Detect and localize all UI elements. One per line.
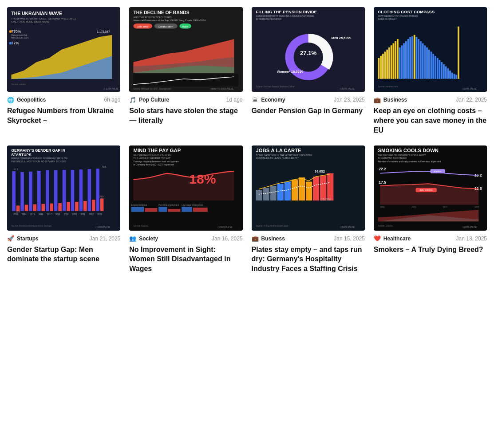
svg-text:THE DECLINE OF SMOKING'S POPUL: THE DECLINE OF SMOKING'S POPULARITY bbox=[378, 154, 426, 157]
svg-text:2017: 2017 bbox=[443, 206, 448, 208]
svg-rect-163 bbox=[313, 177, 319, 200]
svg-text:STARTUPS: STARTUPS bbox=[11, 153, 32, 157]
svg-text:2014: 2014 bbox=[22, 213, 27, 216]
svg-text:22.2: 22.2 bbox=[379, 167, 386, 171]
category-label: Business bbox=[383, 97, 407, 103]
card-title-ukraine: Refugee Numbers from Ukraine Skyrocket – bbox=[7, 106, 120, 125]
svg-rect-49 bbox=[384, 51, 386, 79]
svg-text:FOR LARGEST GENDER PAY GAP: FOR LARGEST GENDER PAY GAP bbox=[134, 157, 171, 160]
card-startup[interactable]: GERMANY'S GENDER GAP IN STARTUPS FEMALE … bbox=[7, 145, 120, 273]
svg-text:Source: German Federal Statist: Source: German Federal Statistical Offic… bbox=[256, 86, 294, 88]
category-label: Pop Culture bbox=[139, 97, 169, 103]
card-image-paygap: MIND THE PAY GAP WHY GERMANY RANKS 4TH I… bbox=[129, 145, 242, 230]
svg-rect-159 bbox=[284, 182, 290, 201]
card-title-pension: Gender Pension Gap in Germany bbox=[252, 106, 365, 116]
svg-text:70.5: 70.5 bbox=[102, 166, 107, 169]
card-image-smoking: SMOKING COOLS DOWN THE DECLINE OF SMOKIN… bbox=[374, 145, 487, 230]
svg-rect-53 bbox=[392, 43, 394, 79]
card-meta-bands: 🎵 Pop Culture 1d ago bbox=[129, 96, 242, 103]
svg-rect-78 bbox=[445, 67, 447, 79]
svg-rect-116 bbox=[25, 205, 28, 211]
svg-text:Men 25,599€: Men 25,599€ bbox=[331, 36, 351, 40]
svg-text:MIND THE PAY GAP: MIND THE PAY GAP bbox=[134, 148, 181, 153]
timestamp-label: 1d ago bbox=[226, 97, 243, 103]
svg-text:17.5: 17.5 bbox=[379, 180, 386, 185]
svg-rect-105 bbox=[20, 172, 24, 211]
card-pension[interactable]: FILLING THE PENSION DIVIDE GENDER DISPAR… bbox=[252, 7, 365, 135]
svg-rect-161 bbox=[298, 177, 304, 200]
svg-text:27.1%: 27.1% bbox=[300, 50, 316, 56]
svg-text:Women* 18,663€: Women* 18,663€ bbox=[277, 70, 303, 74]
svg-rect-122 bbox=[75, 202, 79, 211]
popculture-icon: 🎵 bbox=[129, 96, 136, 103]
svg-rect-158 bbox=[277, 184, 283, 200]
svg-rect-108 bbox=[46, 170, 49, 211]
svg-rect-84 bbox=[458, 27, 459, 79]
svg-rect-144 bbox=[158, 207, 167, 212]
svg-text:Source: Billboard Hot 100°, Di: Source: Billboard Hot 100°, Discogs.com bbox=[134, 88, 171, 90]
card-image-startup: GERMANY'S GENDER GAP IN STARTUPS FEMALE … bbox=[7, 145, 120, 230]
svg-text:SMOKING COOLS DOWN: SMOKING COOLS DOWN bbox=[378, 148, 439, 153]
svg-rect-79 bbox=[447, 68, 449, 79]
society-icon: 👥 bbox=[129, 235, 136, 242]
card-image-bands: THE DECLINE OF BANDS AND THE RISE OF SOL… bbox=[129, 7, 242, 92]
business-icon: 💼 bbox=[374, 96, 381, 103]
svg-rect-50 bbox=[386, 50, 388, 79]
svg-text:2020: 2020 bbox=[72, 213, 77, 216]
svg-text:⬡ DATA PULSE: ⬡ DATA PULSE bbox=[462, 226, 477, 228]
svg-text:GENDER DISPARITY REMAINS A SIG: GENDER DISPARITY REMAINS A SIGNIFICANT I… bbox=[256, 15, 314, 17]
svg-rect-68 bbox=[424, 45, 426, 79]
svg-rect-61 bbox=[409, 37, 411, 79]
category-label: Startups bbox=[17, 236, 39, 242]
timestamp-label: Jan 23, 2025 bbox=[334, 97, 364, 103]
card-clothing[interactable]: CLOTHING COST COMPASS HOW GERMANY'S FASH… bbox=[374, 7, 487, 135]
category-label: Business bbox=[261, 236, 285, 242]
card-bands[interactable]: THE DECLINE OF BANDS AND THE RISE OF SOL… bbox=[129, 7, 242, 135]
card-title-bands: Solo stars have stolen the stage — liter… bbox=[129, 106, 242, 125]
svg-rect-119 bbox=[50, 204, 53, 211]
svg-point-14 bbox=[9, 42, 12, 45]
svg-text:Historical Breakdown of the To: Historical Breakdown of the Top 100 US S… bbox=[134, 19, 206, 22]
svg-text:⬡ DATA PULSE: ⬡ DATA PULSE bbox=[462, 88, 477, 90]
card-hospitality[interactable]: JOBS À LA CARTE STAFF SHORTAGE IN THE HO… bbox=[252, 145, 365, 273]
svg-text:from 2021 to 2024,: from 2021 to 2024, bbox=[11, 37, 29, 39]
card-title-paygap: No Improvement in Sight: Women Still Dis… bbox=[129, 245, 242, 274]
svg-rect-63 bbox=[414, 35, 415, 79]
svg-rect-81 bbox=[451, 73, 453, 79]
svg-rect-114 bbox=[96, 169, 99, 211]
svg-text:2019: 2019 bbox=[64, 213, 69, 216]
svg-rect-165 bbox=[327, 173, 333, 200]
svg-rect-117 bbox=[33, 204, 37, 211]
svg-text:Source: Statista: Source: Statista bbox=[134, 225, 149, 227]
svg-text:PROGRESS, ALMOST DOUBLING BETW: PROGRESS, ALMOST DOUBLING BETWEEN 2013–2… bbox=[11, 161, 66, 163]
card-image-clothing: CLOTHING COST COMPASS HOW GERMANY'S FASH… bbox=[374, 7, 487, 92]
svg-text:CLOTHING COST COMPASS: CLOTHING COST COMPASS bbox=[378, 9, 435, 14]
category-label: Society bbox=[139, 236, 158, 242]
card-paygap[interactable]: MIND THE PAY GAP WHY GERMANY RANKS 4TH I… bbox=[129, 145, 242, 273]
svg-text:AND THE RISE OF SOLO STARS: AND THE RISE OF SOLO STARS bbox=[134, 16, 172, 19]
svg-text:JOBS À LA CARTE: JOBS À LA CARTE bbox=[256, 148, 301, 153]
svg-rect-145 bbox=[168, 209, 180, 212]
svg-rect-64 bbox=[415, 37, 417, 79]
economy-icon: 🏛 bbox=[252, 96, 259, 103]
svg-text:Source: Statista: Source: Statista bbox=[378, 225, 393, 227]
svg-rect-113 bbox=[88, 169, 91, 211]
svg-point-12 bbox=[9, 30, 12, 33]
healthcare-icon: ❤️ bbox=[374, 235, 381, 242]
svg-rect-62 bbox=[411, 36, 413, 79]
svg-rect-51 bbox=[388, 47, 390, 79]
svg-text:29.5: 29.5 bbox=[99, 196, 104, 198]
svg-text:THE DECLINE OF BANDS: THE DECLINE OF BANDS bbox=[134, 10, 190, 15]
card-smoking[interactable]: SMOKING COOLS DOWN THE DECLINE OF SMOKIN… bbox=[374, 145, 487, 273]
card-ukraine[interactable]: THE UKRAINIAN WAVE FROM WAR TO WORKFORCE… bbox=[7, 7, 120, 135]
svg-text:Collaboration: Collaboration bbox=[158, 25, 173, 28]
svg-text:FEMALE STARTUP FOUNDERS IN GER: FEMALE STARTUP FOUNDERS IN GERMANY SEE S… bbox=[11, 158, 67, 160]
svg-rect-106 bbox=[29, 172, 32, 211]
card-meta-smoking: ❤️ Healthcare Jan 13, 2025 bbox=[374, 235, 487, 242]
svg-rect-67 bbox=[422, 43, 423, 79]
timestamp-label: Jan 15, 2025 bbox=[334, 236, 364, 242]
svg-text:2017: 2017 bbox=[47, 213, 52, 216]
timestamp-label: Jan 21, 2025 bbox=[90, 236, 120, 242]
svg-rect-125 bbox=[100, 199, 104, 211]
svg-text:2022: 2022 bbox=[89, 213, 94, 216]
